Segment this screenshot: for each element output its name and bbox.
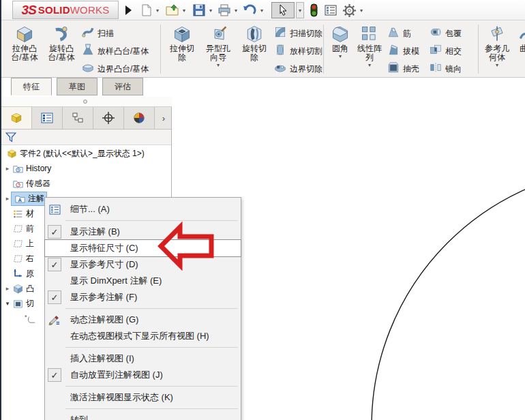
menu-item-label: 激活注解视图显示状态 (K) [70,391,173,404]
dimxpert-target-icon [102,112,115,124]
svg-text:*: * [25,314,27,320]
svg-text:A: A [18,197,22,203]
tree-item-label: 右 [26,253,34,265]
expander-icon[interactable]: ▸ [3,285,12,292]
expander-icon[interactable]: ▸ [3,195,12,202]
menu-item-auto-place-into-annotation-views[interactable]: ✓ 自动放置到注解视图 (J) [45,367,241,383]
tree-filter-bar[interactable] [1,130,171,145]
menu-separator [45,383,241,389]
sensors-folder-icon [12,178,24,189]
selected-row-highlight: A 注解 [12,192,46,205]
menu-item-label: 显示参考尺寸 (D) [70,258,138,271]
menu-item-label: 插入注解视图 (I) [70,352,134,365]
menu-separator [45,344,241,350]
menu-item-dynamic-annotation-views[interactable]: 动态注解视图 (G) [45,312,241,328]
configuration-manager-icon [72,112,84,123]
menu-item-display-all-views-dynamic[interactable]: 在动态视图模式下显示所有视图 (H) [45,328,241,344]
tree-root-label: 零件2 (默认<<默认>_显示状态 1>) [20,148,145,160]
tree-item-history[interactable]: ▸ History [1,161,171,176]
sketch-icon: * [24,313,36,324]
menu-item-details[interactable]: 细节... (A) [45,201,241,217]
tree-item-label: 材 [26,208,34,220]
tree-item-label: 前 [26,223,34,235]
tab-propertymanager[interactable] [32,107,63,129]
menu-item-label: 动态注解视图 (G) [70,314,138,326]
tree-item-label: 传感器 [26,178,50,190]
left-arrow-shape [161,227,211,265]
menu-item-display-dimxpert-annotations[interactable]: 显示 DimXpert 注解 (E) [45,273,241,289]
filter-funnel-icon [5,132,16,142]
checkmark-icon: ✓ [48,368,61,382]
tab-dimxpertmanager[interactable] [93,107,124,129]
expander-icon[interactable]: ▸ [3,165,12,172]
menu-item-label: 自动放置到注解视图 (J) [70,369,163,381]
tree-root-part[interactable]: 零件2 (默认<<默认>_显示状态 1>) [1,146,171,161]
tab-displaymanager[interactable] [124,107,155,129]
tree-item-sensors[interactable]: 传感器 [1,176,171,191]
menu-item-display-reference-annotations[interactable]: ✓ 显示参考注解 (F) [45,289,241,305]
annotations-folder-icon: A [14,193,26,204]
plane-icon [12,238,24,249]
menu-item-label: 显示参考注解 (F) [70,291,137,303]
history-folder-icon [12,163,24,174]
menu-item-label: 细节... (A) [70,203,110,215]
menu-item-go-to[interactable]: 转到... [45,412,241,420]
expander-icon[interactable]: ▾ [3,300,12,307]
tab-configurationmanager[interactable] [63,107,93,129]
chevron-right-icon: › [162,113,165,123]
part-icon [5,148,18,159]
checkmark-icon: ✓ [48,225,61,239]
tab-featuremanager[interactable] [1,107,32,129]
panel-tabs-expand-chevron[interactable]: › [156,107,171,129]
red-highlight-arrow [155,220,240,271]
tree-item-label: 原 [26,268,34,280]
cut-extrude-icon [12,298,24,309]
menu-item-activate-annotation-view-display-state[interactable]: 激活注解视图显示状态 (K) [45,389,241,406]
menu-item-label: 在动态视图模式下显示所有视图 (H) [70,330,209,342]
menu-item-label: 显示注解 (B) [70,226,120,238]
solidworks-window: 3S SOLIDWORKS ▾ ▾ ▾ ▾ ▾ ▾ [0,0,525,420]
model-edge-circle[interactable] [372,167,525,420]
panel-tab-bar: › [1,107,171,130]
tree-item-label: 凸 [26,283,34,295]
tree-item-label: History [26,164,51,173]
featuremanager-part-icon [10,112,22,124]
menu-separator [45,305,241,312]
propertymanager-list-icon [41,112,53,123]
menu-item-label: 显示 DimXpert 注解 (E) [70,275,162,287]
material-icon [12,208,24,219]
dynamic-annotation-icon [48,313,61,327]
menu-item-label: 转到... [70,414,95,420]
details-icon [48,202,61,216]
tree-item-label: 注解 [28,193,44,205]
menu-separator [45,406,241,412]
tree-item-label: 上 [26,238,34,250]
plane-icon [12,253,24,264]
tree-item-label: 切 [26,298,34,310]
display-manager-sphere-icon [133,112,145,124]
checkmark-icon: ✓ [48,290,61,304]
plane-icon [12,223,24,234]
menu-item-insert-annotation-view[interactable]: 插入注解视图 (I) [45,350,241,367]
menu-item-label: 显示特征尺寸 (C) [70,242,138,254]
boss-extrude-icon [12,283,24,294]
checkmark-icon: ✓ [48,258,61,271]
origin-icon [12,268,24,279]
